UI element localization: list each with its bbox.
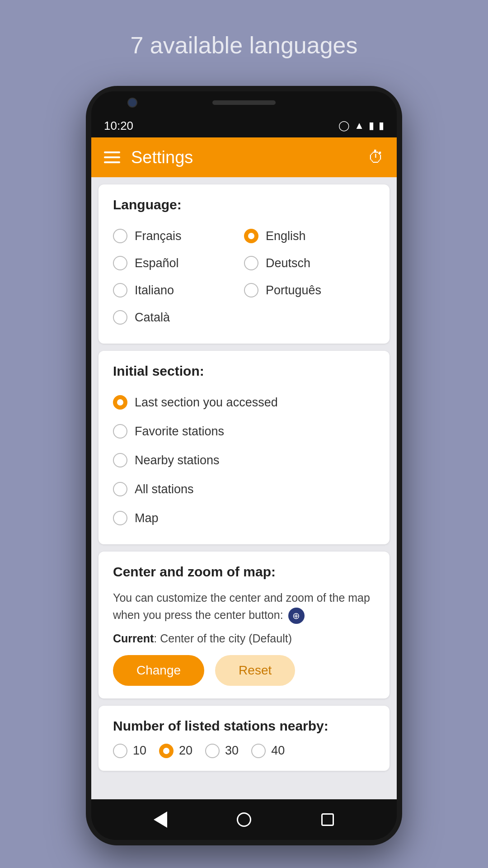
center-zoom-buttons: Change Reset [113, 655, 375, 686]
center-zoom-description: You can customize the center and zoom of… [113, 590, 375, 624]
radio-italiano-label: Italiano [135, 283, 174, 297]
center-zoom-title: Center and zoom of map: [113, 564, 375, 580]
current-value-text: Current: Center of the city (Default) [113, 632, 375, 645]
radio-last-section-label: Last section you accessed [135, 396, 278, 410]
status-icons: ◯ ▲ ▮ ▮ [338, 120, 384, 132]
radio-english[interactable]: English [244, 222, 375, 250]
current-value: Center of the city (Default) [160, 632, 292, 645]
initial-section-title: Initial section: [113, 363, 375, 379]
wifi-icon: ▲ [354, 120, 364, 132]
radio-catala-btn[interactable] [113, 310, 127, 325]
initial-section-card: Initial section: Last section you access… [99, 351, 389, 544]
nearby-stations-options: 10 20 30 40 [113, 744, 375, 758]
radio-deutsch-label: Deutsch [266, 256, 310, 270]
center-zoom-card: Center and zoom of map: You can customiz… [99, 552, 389, 698]
radio-map[interactable]: Map [113, 505, 375, 532]
radio-all-stations-btn[interactable] [113, 482, 127, 496]
radio-espanol[interactable]: Español [113, 250, 244, 277]
radio-francais-btn[interactable] [113, 229, 127, 243]
nearby-stations-title: Number of listed stations nearby: [113, 718, 375, 734]
current-label: Current [113, 632, 154, 645]
back-icon [154, 811, 167, 828]
number-30-radio[interactable] [205, 744, 220, 758]
language-grid: Français English Español Deutsch [113, 222, 375, 331]
radio-favorite-stations-label: Favorite stations [135, 425, 224, 439]
radio-italiano[interactable]: Italiano [113, 277, 244, 304]
radio-portugues[interactable]: Português [244, 277, 375, 304]
phone-speaker [212, 100, 276, 105]
number-20-option[interactable]: 20 [159, 744, 192, 758]
initial-section-list: Last section you accessed Favorite stati… [113, 389, 375, 532]
location-icon: ◯ [338, 120, 350, 132]
radio-francais[interactable]: Français [113, 222, 244, 250]
number-10-label: 10 [133, 744, 146, 758]
radio-english-btn[interactable] [244, 229, 258, 243]
phone-shell: 10:20 ◯ ▲ ▮ ▮ Settings ⏱ [86, 86, 402, 845]
number-40-option[interactable]: 40 [251, 744, 285, 758]
home-icon [237, 812, 251, 827]
home-button[interactable] [230, 806, 258, 833]
status-time: 10:20 [104, 119, 133, 133]
radio-favorite-stations-btn[interactable] [113, 424, 127, 439]
radio-english-label: English [266, 229, 306, 243]
signal-icon: ▮ [369, 120, 374, 132]
phone-notch [91, 91, 397, 114]
radio-italiano-btn[interactable] [113, 283, 127, 297]
center-button-icon: ⊕ [288, 608, 305, 624]
number-30-option[interactable]: 30 [205, 744, 239, 758]
recents-button[interactable] [314, 806, 341, 833]
number-20-label: 20 [179, 744, 192, 758]
radio-francais-label: Français [135, 229, 182, 243]
phone-camera [127, 98, 137, 108]
number-30-label: 30 [225, 744, 239, 758]
radio-nearby-stations-label: Nearby stations [135, 453, 220, 467]
radio-espanol-btn[interactable] [113, 256, 127, 270]
language-title: Language: [113, 197, 375, 212]
radio-all-stations[interactable]: All stations [113, 476, 375, 503]
recents-icon [321, 813, 334, 826]
radio-favorite-stations[interactable]: Favorite stations [113, 418, 375, 445]
radio-map-label: Map [135, 511, 159, 525]
back-button[interactable] [147, 806, 174, 833]
page-title-text: 7 available languages [130, 32, 357, 59]
app-bar-left: Settings [104, 148, 193, 167]
radio-catala[interactable]: Català [113, 304, 244, 331]
number-20-radio[interactable] [159, 744, 174, 758]
reset-button[interactable]: Reset [215, 655, 295, 686]
radio-last-section[interactable]: Last section you accessed [113, 389, 375, 416]
app-bar: Settings ⏱ [91, 137, 397, 177]
radio-last-section-btn[interactable] [113, 395, 127, 410]
radio-portugues-label: Português [266, 283, 321, 297]
language-card: Language: Français English Español [99, 184, 389, 344]
number-10-radio[interactable] [113, 744, 127, 758]
timer-icon[interactable]: ⏱ [368, 148, 384, 167]
number-10-option[interactable]: 10 [113, 744, 146, 758]
change-button[interactable]: Change [113, 655, 204, 686]
current-separator: : [154, 632, 160, 645]
radio-nearby-stations-btn[interactable] [113, 453, 127, 467]
description-text-content: You can customize the center and zoom of… [113, 591, 370, 621]
phone-screen: 10:20 ◯ ▲ ▮ ▮ Settings ⏱ [91, 114, 397, 799]
radio-deutsch-btn[interactable] [244, 256, 258, 270]
number-40-label: 40 [271, 744, 285, 758]
radio-espanol-label: Español [135, 256, 179, 270]
radio-nearby-stations[interactable]: Nearby stations [113, 447, 375, 474]
hamburger-menu-icon[interactable] [104, 151, 120, 163]
radio-map-btn[interactable] [113, 511, 127, 525]
status-bar: 10:20 ◯ ▲ ▮ ▮ [91, 114, 397, 137]
nav-bar [91, 799, 397, 840]
battery-icon: ▮ [379, 120, 384, 132]
app-bar-title: Settings [131, 148, 193, 167]
radio-portugues-btn[interactable] [244, 283, 258, 297]
nearby-stations-card: Number of listed stations nearby: 10 20 … [99, 706, 389, 771]
number-40-radio[interactable] [251, 744, 266, 758]
radio-all-stations-label: All stations [135, 482, 194, 496]
radio-catala-label: Català [135, 311, 170, 325]
content-area: Language: Français English Español [91, 177, 397, 799]
radio-deutsch[interactable]: Deutsch [244, 250, 375, 277]
